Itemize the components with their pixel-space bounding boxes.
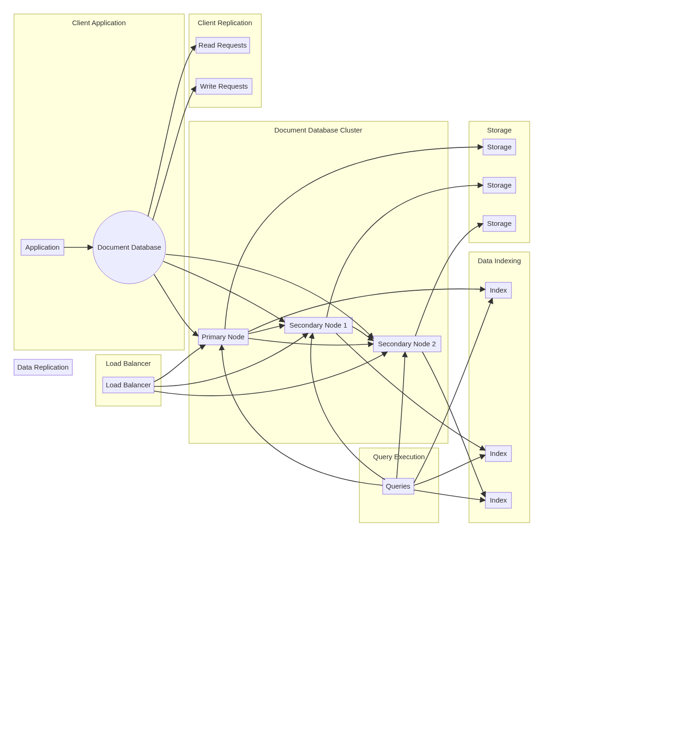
node-index1: Index bbox=[485, 282, 511, 298]
node-index3: Index bbox=[485, 492, 511, 508]
svg-text:Secondary Node 2: Secondary Node 2 bbox=[378, 340, 436, 348]
node-read-requests: Read Requests bbox=[196, 37, 250, 53]
node-storage1: Storage bbox=[483, 139, 516, 155]
node-storage2: Storage bbox=[483, 177, 516, 193]
svg-text:Queries: Queries bbox=[386, 482, 411, 490]
svg-text:Storage: Storage bbox=[487, 143, 512, 151]
subgraph-client-application: Client Application bbox=[14, 14, 184, 350]
subgraph-title-storage: Storage bbox=[487, 126, 512, 134]
node-queries: Queries bbox=[383, 478, 414, 494]
node-write-requests: Write Requests bbox=[196, 78, 252, 94]
svg-text:Storage: Storage bbox=[487, 219, 512, 227]
svg-text:Application: Application bbox=[25, 243, 59, 251]
subgraph-title-client-app: Client Application bbox=[72, 19, 126, 27]
svg-text:Secondary Node 1: Secondary Node 1 bbox=[289, 321, 347, 329]
diagram-canvas: Client Application Client Replication Do… bbox=[0, 0, 700, 735]
subgraph-title-query-exec: Query Execution bbox=[373, 453, 425, 461]
svg-text:Write Requests: Write Requests bbox=[200, 82, 248, 90]
svg-text:Data Replication: Data Replication bbox=[17, 363, 69, 371]
node-index2: Index bbox=[485, 446, 511, 462]
node-data-replication: Data Replication bbox=[14, 359, 72, 375]
node-document-database: Document Database bbox=[93, 211, 166, 284]
subgraph-title-doc-cluster: Document Database Cluster bbox=[274, 126, 362, 134]
svg-text:Index: Index bbox=[490, 449, 507, 457]
svg-text:Index: Index bbox=[490, 496, 507, 504]
node-primary: Primary Node bbox=[198, 329, 248, 345]
node-storage3: Storage bbox=[483, 216, 516, 231]
node-secondary2: Secondary Node 2 bbox=[373, 336, 441, 352]
svg-rect-0 bbox=[14, 14, 184, 350]
svg-text:Load Balancer: Load Balancer bbox=[106, 381, 151, 389]
node-secondary1: Secondary Node 1 bbox=[285, 317, 352, 333]
subgraph-title-load-balancer: Load Balancer bbox=[106, 359, 151, 367]
svg-text:Primary Node: Primary Node bbox=[202, 333, 245, 341]
svg-text:Document Database: Document Database bbox=[98, 243, 161, 251]
svg-text:Index: Index bbox=[490, 286, 507, 294]
node-load-balancer: Load Balancer bbox=[103, 377, 154, 393]
subgraph-doc-cluster: Document Database Cluster bbox=[189, 121, 448, 443]
subgraph-title-data-indexing: Data Indexing bbox=[478, 257, 521, 265]
svg-rect-2 bbox=[189, 121, 448, 443]
svg-text:Storage: Storage bbox=[487, 181, 512, 189]
node-application: Application bbox=[21, 239, 64, 255]
svg-text:Read Requests: Read Requests bbox=[198, 41, 246, 49]
subgraph-title-client-repl: Client Replication bbox=[198, 19, 252, 27]
